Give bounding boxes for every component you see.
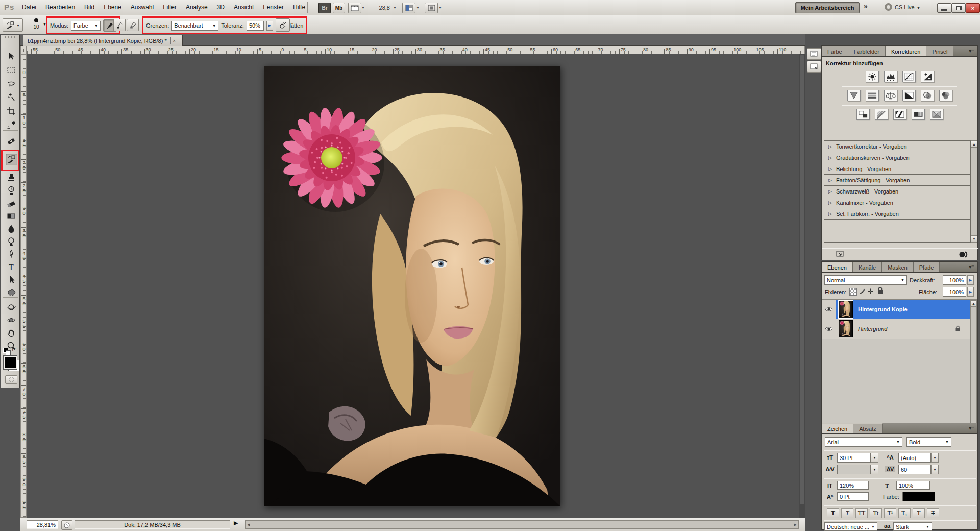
tracking-dropdown[interactable]: ▼ (931, 465, 939, 474)
pen-tool[interactable] (6, 249, 17, 260)
horizontal-scale-field[interactable]: 100% (896, 481, 930, 490)
quick-mask-button[interactable] (5, 375, 17, 384)
kerning-field[interactable] (837, 465, 871, 474)
layers-scrollbar[interactable]: ▲ (970, 300, 977, 441)
menu-item-analyse[interactable]: Analyse (181, 2, 212, 13)
layer-thumbnail[interactable] (839, 301, 853, 318)
chevron-down-icon[interactable]: ▼ (438, 6, 442, 9)
lock-position-icon[interactable]: ✛ (868, 287, 873, 295)
menu-item-ebene[interactable]: Ebene (99, 2, 126, 13)
hue-saturation-icon[interactable] (866, 90, 879, 101)
switch-panel-view-button[interactable] (836, 251, 845, 259)
status-clock-button[interactable] (61, 520, 72, 530)
mini-bridge-button[interactable]: Mb (333, 3, 345, 13)
layer-thumbnail[interactable] (839, 320, 853, 337)
preset-row[interactable]: ▷Sel. Farbkorr. - Vorgaben (824, 208, 970, 220)
tab-zeichen[interactable]: Zeichen (822, 423, 853, 433)
bridge-button[interactable]: Br (318, 3, 331, 13)
type-tool[interactable]: T (6, 261, 17, 273)
dodge-tool[interactable] (6, 236, 17, 247)
hand-tool[interactable] (6, 327, 17, 339)
preset-row[interactable]: ▷Belichtung - Vorgaben (824, 163, 970, 175)
sampling-once-button[interactable] (113, 19, 126, 31)
gradient-map-icon[interactable] (912, 109, 925, 120)
toolbar-grip[interactable] (5, 36, 15, 38)
vertical-ruler[interactable]: 05101520253035404550556065707580859095 (20, 54, 27, 518)
panel-menu-icon[interactable]: ▾≡ (966, 423, 977, 433)
tab-ebenen[interactable]: Ebenen (822, 262, 853, 272)
workspace-overflow-button[interactable]: » (864, 2, 868, 10)
brush-size-picker[interactable]: 10 ▼ (30, 17, 47, 32)
levels-icon[interactable] (884, 71, 897, 82)
tab-farbe[interactable]: Farbe (822, 46, 848, 56)
document-tab[interactable]: b1pjm4mz.bmp bei 28,8% (Hintergrund Kopi… (23, 35, 183, 46)
language-dropdown[interactable]: Deutsch: neue ...▼ (824, 522, 877, 531)
preset-row[interactable]: ▷Schwarzweiß - Vorgaben (824, 186, 970, 197)
leading-dropdown[interactable]: ▼ (931, 453, 939, 463)
panel-menu-icon[interactable]: ▾≡ (966, 262, 977, 272)
sampling-background-button[interactable] (127, 19, 139, 31)
status-flyout-arrow[interactable]: ▶ (234, 520, 238, 526)
tablet-pressure-button[interactable] (276, 18, 290, 32)
scroll-left-icon[interactable]: ◀ (247, 523, 250, 527)
history-brush-tool[interactable] (6, 185, 17, 196)
preset-row[interactable]: ▷Kanalmixer - Vorgaben (824, 197, 970, 208)
scroll-up-icon[interactable]: ▲ (970, 300, 977, 307)
zoom-level-field[interactable]: 28,8 (370, 4, 390, 12)
crop-tool[interactable] (6, 106, 17, 117)
font-style-dropdown[interactable]: Bold▼ (906, 437, 951, 447)
panel-menu-icon[interactable]: ▾≡ (966, 46, 977, 56)
expand-triangle-icon[interactable]: ▷ (828, 166, 832, 172)
chevron-down-icon[interactable]: ▼ (917, 6, 920, 10)
clone-stamp-tool[interactable] (6, 172, 17, 183)
anti-alias-dropdown[interactable]: Stark▼ (893, 522, 932, 531)
3d-orbit-tool[interactable] (6, 315, 17, 326)
menu-item-bearbeiten[interactable]: Bearbeiten (41, 2, 80, 13)
kerning-dropdown[interactable]: ▼ (871, 465, 878, 474)
collapsed-panel-button-1[interactable] (807, 48, 821, 60)
scroll-down-icon[interactable]: ▼ (971, 235, 977, 242)
faux-italic-button[interactable]: T (841, 508, 853, 518)
faux-bold-button[interactable]: T (827, 508, 839, 518)
spot-healing-brush-tool[interactable] (6, 135, 17, 147)
baseline-shift-field[interactable]: 0 Pt (837, 492, 869, 501)
all-caps-button[interactable]: TT (855, 508, 868, 518)
document-canvas[interactable] (264, 66, 560, 506)
expand-triangle-icon[interactable]: ▷ (828, 155, 832, 160)
tab-pinsel[interactable]: Pinsel (926, 46, 953, 56)
underline-button[interactable]: T (913, 508, 925, 518)
invert-icon[interactable] (856, 109, 870, 120)
blur-tool[interactable] (6, 223, 17, 234)
scroll-right-icon[interactable]: ▶ (794, 523, 797, 527)
presets-scrollbar[interactable]: ▲ ▼ (971, 140, 977, 243)
menu-item-filter[interactable]: Filter (158, 2, 181, 13)
eraser-tool[interactable] (6, 198, 17, 209)
menu-item-3d[interactable]: 3D (212, 2, 229, 13)
view-extras-button[interactable] (348, 3, 361, 13)
eyedropper-tool[interactable] (6, 119, 17, 131)
workspace-button[interactable]: Mein Arbeitsbereich (795, 2, 860, 13)
expand-triangle-icon[interactable]: ▷ (828, 144, 832, 149)
chevron-down-icon[interactable]: ▼ (361, 6, 365, 9)
vibrance-icon[interactable] (847, 90, 861, 101)
preset-row[interactable]: ▷Tonwertkorrektur - Vorgaben (824, 141, 970, 152)
lock-all-icon[interactable] (877, 287, 884, 296)
custom-shape-tool[interactable] (6, 287, 17, 298)
zoom-percentage-field[interactable]: 28,81% (27, 520, 58, 529)
vertical-scale-field[interactable]: 120% (837, 481, 869, 490)
tab-kanle[interactable]: Kanäle (853, 262, 882, 272)
font-size-field[interactable]: 30 Pt (837, 453, 871, 463)
expand-triangle-icon[interactable]: ▷ (828, 211, 832, 216)
arrange-documents-button[interactable] (402, 3, 415, 13)
font-size-dropdown[interactable]: ▼ (871, 453, 878, 463)
minimize-button[interactable] (937, 3, 951, 13)
black-white-icon[interactable] (902, 90, 916, 101)
canvas-vertical-scrollbar[interactable] (799, 54, 805, 518)
preset-row[interactable]: ▷Gradationskurven - Vorgaben (824, 152, 970, 163)
menu-item-fenster[interactable]: Fenster (258, 2, 288, 13)
menu-item-auswahl[interactable]: Auswahl (126, 2, 158, 13)
horizontal-scrollbar[interactable]: ◀ ▶ (245, 520, 799, 529)
zoom-tool[interactable] (6, 340, 17, 351)
tab-absatz[interactable]: Absatz (853, 423, 883, 433)
leading-field[interactable]: (Auto) (898, 453, 931, 463)
